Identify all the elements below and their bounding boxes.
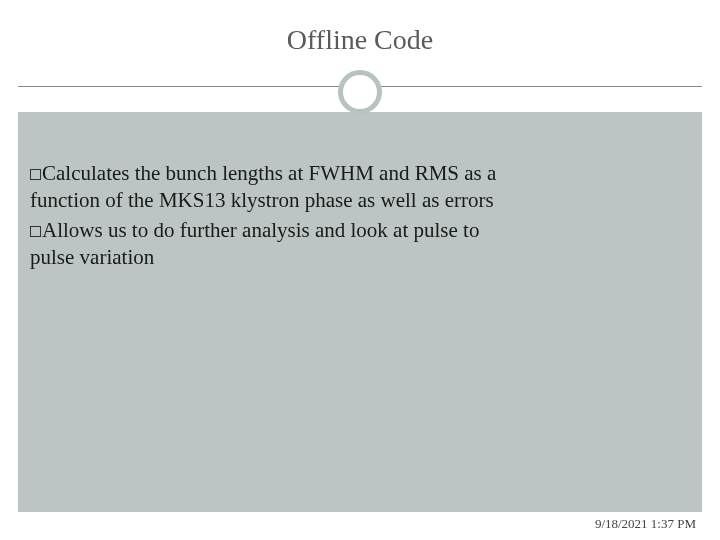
bullet-continuation: function of the MKS13 klystron phase as …	[30, 187, 680, 214]
bullet-text: Calculates the bunch lengths at FWHM and…	[42, 161, 496, 185]
bullet-item: Allows us to do further analysis and loo…	[30, 217, 680, 272]
slide-title: Offline Code	[0, 24, 720, 56]
square-bullet-icon	[30, 226, 41, 237]
bullet-text: Allows us to do further analysis and loo…	[42, 218, 479, 242]
content-area: Calculates the bunch lengths at FWHM and…	[30, 160, 680, 273]
footer-timestamp: 9/18/2021 1:37 PM	[595, 516, 696, 532]
bullet-continuation: pulse variation	[30, 244, 680, 271]
bullet-item: Calculates the bunch lengths at FWHM and…	[30, 160, 680, 215]
square-bullet-icon	[30, 169, 41, 180]
slide: Offline Code Calculates the bunch length…	[0, 0, 720, 540]
ring-decoration	[338, 70, 382, 114]
